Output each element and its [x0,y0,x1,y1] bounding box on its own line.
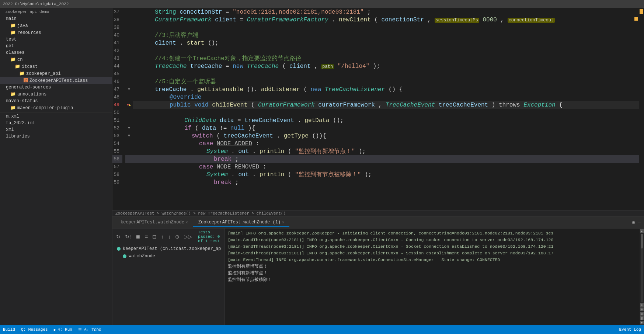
sidebar-item-get[interactable]: get [0,43,112,49]
param-highlight-session: sessionTimeoutMs [435,18,479,23]
gutter-46 [125,78,133,86]
status-todo-label: ☰ 6: TODO [78,327,101,332]
code-line-48: @Override [133,93,639,101]
sidebar-item-zookeeper-class[interactable]: 🅲 ZookeeperAPITest.class [0,77,112,84]
folder-icon: 📁 [10,57,16,62]
panel-tab-1-close[interactable]: ✕ [186,220,188,225]
test-item-label-2: watchZnode [129,254,155,259]
status-run[interactable]: ▶ 4: Run [54,327,72,332]
minimize-icon[interactable]: — [638,220,641,226]
sidebar-item-java[interactable]: 📁 java [0,22,112,29]
toolbar-btn-skip[interactable]: ▷▷ [182,233,194,240]
toolbar-btn-rerun-failed[interactable]: ↻! [123,233,132,240]
fold-icon-52[interactable]: ▼ [128,126,130,130]
sidebar-label-zookeeper-api: zookeeper_api [26,71,61,76]
settings-icon[interactable]: ⚙ [632,219,635,226]
scroll-icon-1[interactable]: ≡ [640,303,644,307]
sidebar-item-libraries[interactable]: libraries [0,133,112,140]
gutter-48 [125,93,133,101]
gutter-57 [125,163,133,171]
line-numbers: 37 38 39 40 41 42 43 44 45 46 47 48 49 5… [112,8,125,210]
status-event-log[interactable]: Event Log [619,327,641,332]
sidebar-item-maven-compiler[interactable]: 📁 maven-compiler-plugin [0,104,112,111]
sidebar-item-itcast[interactable]: 📁 itcast [0,63,112,70]
console-wrapper: [main] INFO org.apache.zookeeper.ZooKeep… [225,229,644,325]
scroll-track[interactable] [641,234,643,302]
sidebar-item-main[interactable]: main [0,15,112,22]
console-line-5: [main-EventThread] INFO org.apache.curat… [228,257,637,263]
toolbar-btn-rerun[interactable]: ↻ [115,233,122,240]
folder-icon: 📁 [19,71,25,76]
sidebar-item-maven-status[interactable]: maven-status [0,98,112,104]
panel-tab-2[interactable]: ZookeeperAPITest.watchZnode (1) ✕ [193,218,289,227]
panel-tab-1[interactable]: keeperAPITest.watchZnode ✕ [115,218,193,227]
ln-52: 52 [112,124,122,132]
console-panel[interactable]: [main] INFO org.apache.zookeeper.ZooKeep… [225,229,640,325]
gutter-47: ▼ [125,86,133,93]
ln-46: 46 [112,78,122,86]
test-item-label-1: keeperAPITest (cn.itcast.zookeeper_ap [123,246,221,251]
toolbar-btn-clock[interactable]: ⊙ [174,233,181,240]
status-todo[interactable]: ☰ 6: TODO [78,327,101,332]
status-messages[interactable]: Q: Messages [21,327,48,332]
scroll-icon-4[interactable]: 🗑 [640,316,644,320]
sidebar-item-iml[interactable]: ta_2022.iml [0,120,112,126]
main-area: _zookeeper_api_demo main 📁 java 📁 resour… [0,8,644,325]
fold-icon-47[interactable]: ▼ [128,87,130,91]
code-line-52: if ( data != null ){ [133,124,639,132]
code-editor[interactable]: 37 38 39 40 41 42 43 44 45 46 47 48 49 5… [112,8,644,210]
code-line-56: break ; [133,155,639,163]
throws-keyword: throws [499,102,520,108]
scroll-thumb[interactable] [641,234,643,248]
sidebar-item-xml[interactable]: xml [0,126,112,133]
status-bar: Build Q: Messages ▶ 4: Run ☰ 6: TODO Eve… [0,325,644,334]
code-line-37: String conectionStr = "node01:2181,node0… [133,8,639,16]
gutter-55 [125,147,133,155]
toolbar-btn-stop[interactable]: ⏹ [134,233,142,240]
ln-50: 50 [112,109,122,116]
gutter-56 [125,155,133,163]
sidebar-item-classes[interactable]: classes [0,49,112,56]
test-item-2[interactable]: watchZnode [112,253,224,260]
scroll-up-btn[interactable]: ▲ [640,229,644,233]
ln-47: 47 [112,86,122,93]
ln-51: 51 [112,116,122,124]
ln-42: 42 [112,47,122,55]
code-area[interactable]: String conectionStr = "node01:2181,node0… [133,8,639,210]
sidebar-item-mxml[interactable]: m.xml [0,113,112,120]
sidebar-item-zookeeper-api[interactable]: 📁 zookeeper_api [0,70,112,77]
fold-icon-53[interactable]: ▼ [128,134,130,138]
gutter-44 [125,62,133,70]
ln-56: 56 [112,155,122,163]
ln-55: 55 [112,147,122,155]
toolbar-btn-expand[interactable]: ≡ [143,233,149,240]
panel-tab-2-close[interactable]: ✕ [282,220,284,225]
gutter-38 [125,16,133,24]
editor-area: 37 38 39 40 41 42 43 44 45 46 47 48 49 5… [112,8,644,325]
sidebar-item-generated[interactable]: generated-sources [0,84,112,91]
test-item-1[interactable]: keeperAPITest (cn.itcast.zookeeper_ap [112,245,224,253]
sidebar-label-java: java [17,23,28,28]
code-line-58: System . out . println ( "监控到有节点被移除！" ); [133,171,639,178]
panel-tab-1-label: keeperAPITest.watchZnode [121,220,184,225]
sidebar-label-cn: cn [17,57,22,62]
code-line-42 [133,47,639,55]
sidebar-item-cn[interactable]: 📁 cn [0,56,112,63]
gutter-39 [125,24,133,31]
status-build[interactable]: Build [3,327,15,332]
toolbar-btn-prev[interactable]: ↑ [160,233,165,240]
scroll-icon-2[interactable]: ⊟ [640,307,644,311]
ln-45: 45 [112,70,122,78]
toolbar-btn-collapse[interactable]: ⊟ [151,233,158,240]
test-status: Tests passed: 0 of 1 test [198,230,222,243]
test-toolbar: ↻ ↻! ⏹ ≡ ⊟ ↑ ↓ ⊙ ▷▷ Tests passed: 0 of 1… [112,229,224,245]
sidebar-item-test[interactable]: test [0,36,112,43]
console-line-4: [main-SendThread(node03:2181)] INFO org.… [228,250,637,257]
panel-tabs: keeperAPITest.watchZnode ✕ ZookeeperAPIT… [112,217,644,229]
toolbar-btn-next[interactable]: ↓ [167,233,172,240]
gutter-58 [125,171,133,178]
sidebar-item-resources[interactable]: 📁 resources [0,29,112,36]
sidebar-item-annotations[interactable]: 📁 annotations [0,91,112,98]
scroll-icon-3[interactable]: ⊞ [640,312,644,316]
scroll-down-btn[interactable]: ▼ [640,321,644,324]
